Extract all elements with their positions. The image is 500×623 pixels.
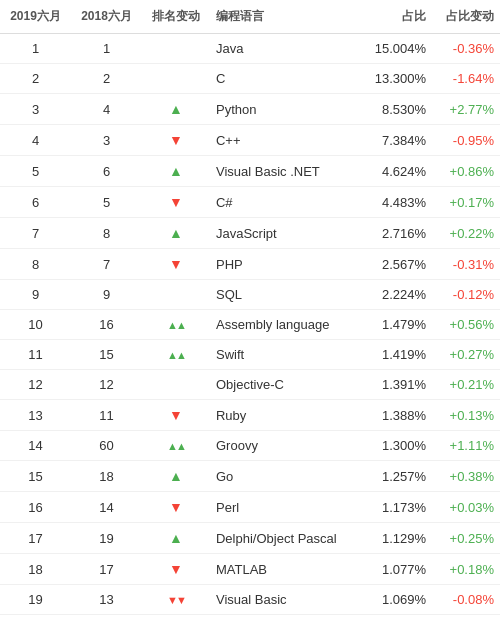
rank-2018: 2 bbox=[71, 64, 142, 94]
table-row: 11Java15.004%-0.36% bbox=[0, 34, 500, 64]
rank-2019: 10 bbox=[0, 310, 71, 340]
language-name: Ruby bbox=[210, 400, 360, 431]
header-rank18: 2018六月 bbox=[71, 0, 142, 34]
header-pct: 占比 bbox=[360, 0, 432, 34]
rank-2018: 5 bbox=[71, 187, 142, 218]
percentage: 2.567% bbox=[360, 249, 432, 280]
header-change: 排名变动 bbox=[142, 0, 210, 34]
percentage: 2.224% bbox=[360, 280, 432, 310]
rank-change-icon: ▲▲ bbox=[142, 340, 210, 370]
percentage-change: +2.77% bbox=[432, 94, 500, 125]
percentage-change: +0.38% bbox=[432, 461, 500, 492]
percentage-change: -0.08% bbox=[432, 585, 500, 615]
language-name: PL/SQL bbox=[210, 615, 360, 624]
header-lang: 编程语言 bbox=[210, 0, 360, 34]
rank-2018: 11 bbox=[71, 400, 142, 431]
rank-2018: 4 bbox=[71, 94, 142, 125]
rank-2019: 4 bbox=[0, 125, 71, 156]
rank-2019: 3 bbox=[0, 94, 71, 125]
percentage: 1.391% bbox=[360, 370, 432, 400]
language-name: Delphi/Object Pascal bbox=[210, 523, 360, 554]
rank-2018: 9 bbox=[71, 280, 142, 310]
rank-change-icon: ▼ bbox=[142, 400, 210, 431]
rank-2018: 13 bbox=[71, 585, 142, 615]
language-name: Java bbox=[210, 34, 360, 64]
rank-change-icon: ▼ bbox=[142, 249, 210, 280]
rank-change-icon: ▲▲ bbox=[142, 310, 210, 340]
table-row: 65▼C#4.483%+0.17% bbox=[0, 187, 500, 218]
language-name: MATLAB bbox=[210, 554, 360, 585]
rank-2019: 7 bbox=[0, 218, 71, 249]
percentage: 1.257% bbox=[360, 461, 432, 492]
rank-change-icon bbox=[142, 34, 210, 64]
percentage-change: +0.13% bbox=[432, 400, 500, 431]
language-name: C++ bbox=[210, 125, 360, 156]
percentage-change: -0.31% bbox=[432, 249, 500, 280]
rank-2019: 13 bbox=[0, 400, 71, 431]
percentage-change: +0.21% bbox=[432, 370, 500, 400]
header-rank19: 2019六月 bbox=[0, 0, 71, 34]
rankings-table: 2019六月 2018六月 排名变动 编程语言 占比 占比变动 11Java15… bbox=[0, 0, 500, 623]
rank-2018: 20 bbox=[71, 615, 142, 624]
rank-2019: 15 bbox=[0, 461, 71, 492]
language-name: Swift bbox=[210, 340, 360, 370]
rank-2019: 11 bbox=[0, 340, 71, 370]
percentage-change: +0.18% bbox=[432, 554, 500, 585]
percentage: 15.004% bbox=[360, 34, 432, 64]
rank-change-icon bbox=[142, 280, 210, 310]
rank-2019: 1 bbox=[0, 34, 71, 64]
table-row: 43▼C++7.384%-0.95% bbox=[0, 125, 500, 156]
rank-2019: 17 bbox=[0, 523, 71, 554]
rank-2018: 16 bbox=[71, 310, 142, 340]
language-name: Visual Basic bbox=[210, 585, 360, 615]
percentage-change: +0.17% bbox=[432, 187, 500, 218]
language-name: SQL bbox=[210, 280, 360, 310]
table-row: 1913▼▼Visual Basic1.069%-0.08% bbox=[0, 585, 500, 615]
table-row: 56▲Visual Basic .NET4.624%+0.86% bbox=[0, 156, 500, 187]
rank-2018: 18 bbox=[71, 461, 142, 492]
header-pct-change: 占比变动 bbox=[432, 0, 500, 34]
percentage-change: -0.12% bbox=[432, 280, 500, 310]
rank-change-icon: ▲ bbox=[142, 523, 210, 554]
rank-change-icon bbox=[142, 615, 210, 624]
percentage-change: -1.64% bbox=[432, 64, 500, 94]
rank-2019: 6 bbox=[0, 187, 71, 218]
percentage-change: +1.11% bbox=[432, 431, 500, 461]
language-name: Go bbox=[210, 461, 360, 492]
percentage: 13.300% bbox=[360, 64, 432, 94]
rank-change-icon: ▼▼ bbox=[142, 585, 210, 615]
rank-change-icon bbox=[142, 370, 210, 400]
rank-2018: 17 bbox=[71, 554, 142, 585]
rank-change-icon bbox=[142, 64, 210, 94]
language-name: Perl bbox=[210, 492, 360, 523]
rank-2019: 16 bbox=[0, 492, 71, 523]
table-row: 1016▲▲Assembly language1.479%+0.56% bbox=[0, 310, 500, 340]
percentage-change: +0.22% bbox=[432, 218, 500, 249]
percentage: 1.479% bbox=[360, 310, 432, 340]
rank-2019: 20 bbox=[0, 615, 71, 624]
rank-2019: 8 bbox=[0, 249, 71, 280]
percentage-change: +0.56% bbox=[432, 310, 500, 340]
table-row: 1311▼Ruby1.388%+0.13% bbox=[0, 400, 500, 431]
language-name: Assembly language bbox=[210, 310, 360, 340]
table-row: 99SQL2.224%-0.12% bbox=[0, 280, 500, 310]
table-row: 1817▼MATLAB1.077%+0.18% bbox=[0, 554, 500, 585]
language-name: JavaScript bbox=[210, 218, 360, 249]
percentage: 1.077% bbox=[360, 554, 432, 585]
rank-2018: 15 bbox=[71, 340, 142, 370]
rank-change-icon: ▼ bbox=[142, 554, 210, 585]
rank-2019: 14 bbox=[0, 431, 71, 461]
rank-2018: 8 bbox=[71, 218, 142, 249]
table-row: 1212Objective-C1.391%+0.21% bbox=[0, 370, 500, 400]
percentage: 7.384% bbox=[360, 125, 432, 156]
percentage-change: +0.27% bbox=[432, 340, 500, 370]
rank-2018: 1 bbox=[71, 34, 142, 64]
percentage: 1.069% bbox=[360, 585, 432, 615]
rank-2019: 5 bbox=[0, 156, 71, 187]
rank-2018: 12 bbox=[71, 370, 142, 400]
rank-2018: 19 bbox=[71, 523, 142, 554]
rank-2018: 7 bbox=[71, 249, 142, 280]
rank-2019: 2 bbox=[0, 64, 71, 94]
table-row: 1115▲▲Swift1.419%+0.27% bbox=[0, 340, 500, 370]
percentage: 0.929% bbox=[360, 615, 432, 624]
